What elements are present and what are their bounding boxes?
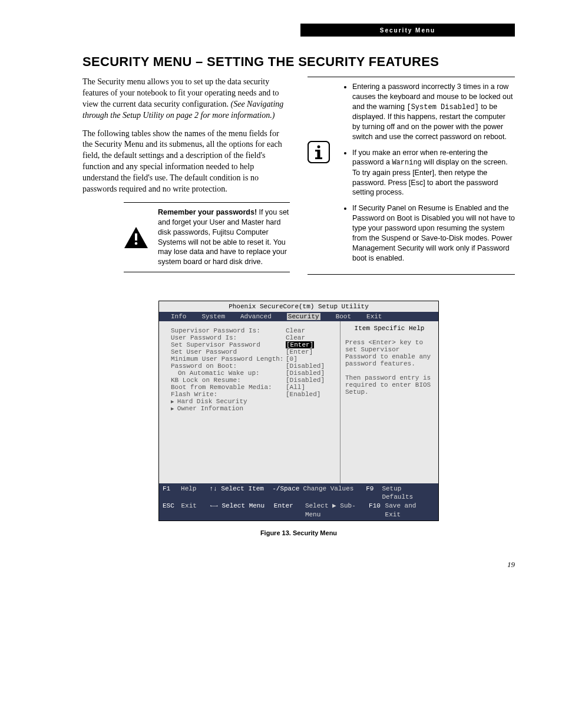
info-icon [308,141,330,163]
bios-menu-info: Info [171,313,186,320]
bios-row: KB Lock on Resume:[Disabled] [171,377,334,384]
bios-help-panel: Item Specific Help Press <Enter> key to … [340,321,438,483]
bios-row: Password on Boot:[Disabled] [171,363,334,370]
page-number: 19 [82,560,515,569]
svg-rect-7 [315,150,319,151]
bios-row: User Password Is:Clear [171,334,334,341]
warning-icon [124,226,148,249]
info-box: Entering a password incorrectly 3 times … [308,77,515,275]
svg-rect-1 [135,233,137,241]
header-bar: Security Menu [300,24,515,37]
bios-row: Flash Write:[Enabled] [171,391,334,398]
bios-row: Boot from Removable Media:[All] [171,384,334,391]
intro-para-2: The following tables show the names of t… [82,129,290,195]
intro-para-1: The Security menu allows you to set up t… [82,77,290,121]
bios-title: Phoenix SecureCore(tm) Setup Utility [159,301,438,312]
bios-menu-exit: Exit [366,313,382,320]
bios-help-title: Item Specific Help [345,325,434,332]
info-item-1: Entering a password incorrectly 3 times … [352,82,515,142]
svg-point-4 [318,146,320,149]
bios-screenshot: Phoenix SecureCore(tm) Setup Utility Inf… [158,301,439,521]
bios-menu-security: Security [287,313,320,320]
bios-row: Hard Disk Security [171,398,334,405]
info-item-3: If Security Panel on Resume is Enabled a… [352,203,515,263]
warning-text: Remember your passwords! If you set and … [158,207,290,267]
bios-menu-bar: InfoSystemAdvancedSecurityBootExit [159,312,438,321]
svg-rect-6 [315,157,322,159]
warning-box: Remember your passwords! If you set and … [124,202,290,272]
page-title: SECURITY MENU – SETTING THE SECURITY FEA… [82,54,515,70]
bios-menu-system: System [201,313,225,320]
bios-row: Minimum User Password Length:[0] [171,355,334,363]
bios-fields: Supervisor Password Is:ClearUser Passwor… [159,321,340,483]
bios-menu-advanced: Advanced [240,313,272,320]
svg-point-2 [135,242,138,245]
bios-row: On Automatic Wake up:[Disabled] [171,370,334,377]
bios-help-body: Press <Enter> key to set Supervisor Pass… [345,339,434,396]
bios-row: Supervisor Password Is:Clear [171,327,334,334]
bios-row: Set User Password[Enter] [171,348,334,355]
bios-row: Set Supervisor Password[Enter] [171,341,334,348]
figure-caption: Figure 13. Security Menu [158,529,439,536]
header-label: Security Menu [380,27,435,34]
info-item-2: If you make an error when re-entering th… [352,148,515,198]
bios-footer: F1 Help ↑↓ Select Item -/Space Change Va… [159,483,438,521]
bios-row: Owner Information [171,405,334,412]
bios-menu-boot: Boot [336,313,351,320]
